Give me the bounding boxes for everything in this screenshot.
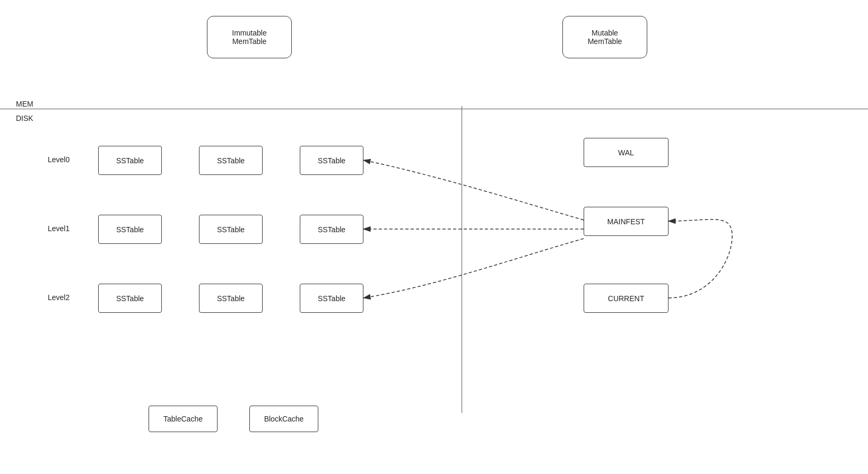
wal-label: WAL: [618, 148, 634, 157]
level1-label: Level1: [48, 224, 70, 233]
level0-label: Level0: [48, 155, 70, 164]
current-label: CURRENT: [608, 294, 644, 303]
ss-l1-3: SSTable: [300, 215, 363, 244]
ss-l0-1: SSTable: [98, 146, 162, 175]
disk-label: DISK: [16, 114, 33, 122]
ss-l1-2: SSTable: [199, 215, 263, 244]
ss-l2-3: SSTable: [300, 284, 363, 313]
block-cache-box: BlockCache: [249, 406, 318, 432]
table-cache-box: TableCache: [149, 406, 218, 432]
mem-label: MEM: [16, 100, 33, 108]
current-box: CURRENT: [584, 284, 669, 313]
immutable-memtable-label: Immutable MemTable: [232, 29, 266, 46]
block-cache-label: BlockCache: [264, 415, 304, 423]
ss-l2-1: SSTable: [98, 284, 162, 313]
ss-l0-2: SSTable: [199, 146, 263, 175]
diagram-container: MEM DISK Immutable MemTable Mutable MemT…: [0, 0, 868, 474]
immutable-memtable-box: Immutable MemTable: [207, 16, 292, 58]
wal-box: WAL: [584, 138, 669, 167]
ss-l2-2: SSTable: [199, 284, 263, 313]
mainfest-box: MAINFEST: [584, 207, 669, 236]
table-cache-label: TableCache: [163, 415, 203, 423]
mutable-memtable-box: Mutable MemTable: [562, 16, 647, 58]
ss-l0-3: SSTable: [300, 146, 363, 175]
mem-disk-divider: [0, 109, 868, 109]
level2-label: Level2: [48, 293, 70, 302]
vertical-divider: [462, 106, 462, 413]
mutable-memtable-label: Mutable MemTable: [588, 29, 622, 46]
mainfest-label: MAINFEST: [607, 217, 645, 226]
ss-l1-1: SSTable: [98, 215, 162, 244]
